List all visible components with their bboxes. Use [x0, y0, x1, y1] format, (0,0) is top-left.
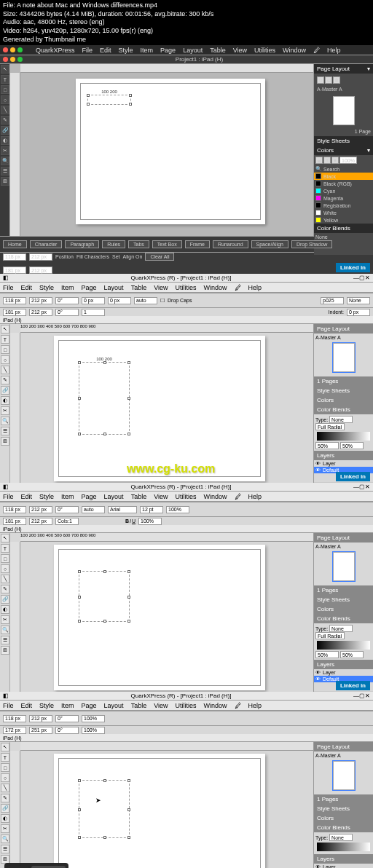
pointer-tool[interactable]: ↖ — [1, 65, 9, 74]
canvas[interactable]: 100 200 300 400 500 600 700 800 900 100 … — [10, 324, 313, 483]
pencil-icon[interactable]: 🖉 — [235, 702, 241, 709]
dup-page-icon[interactable]: ⊞ — [325, 76, 332, 84]
menu-edit[interactable]: Edit — [21, 493, 33, 500]
panel-pages[interactable]: 1 Pages — [314, 585, 373, 595]
minimize-icon[interactable]: — — [353, 275, 359, 281]
shade-field[interactable]: 100% — [339, 157, 357, 164]
oval-tool[interactable]: ○ — [1, 95, 9, 104]
layer-row[interactable]: 👁Layer — [314, 864, 373, 868]
close-icon[interactable]: ✕ — [365, 484, 370, 490]
menu-view[interactable]: View — [233, 47, 247, 54]
bg-color-icon[interactable]: ■ — [331, 157, 339, 164]
line-tool[interactable]: ╲ — [1, 106, 9, 114]
opacity2-field[interactable]: 100% — [138, 518, 162, 525]
zoom-tool[interactable]: 🔍 — [1, 835, 9, 843]
link-tool[interactable]: 🔗 — [1, 595, 9, 604]
w-field[interactable]: 212 px — [29, 253, 52, 261]
zoom-tool[interactable]: 🔍 — [1, 157, 9, 165]
menu-table[interactable]: Table — [131, 702, 147, 709]
clear-all-button[interactable]: Clear All — [145, 253, 174, 261]
opacity-field[interactable]: 100% — [82, 715, 105, 722]
text-color-icon[interactable]: T — [323, 157, 331, 164]
x-field[interactable]: 118 px — [3, 506, 26, 513]
menu-help[interactable]: Help — [248, 284, 262, 291]
rotate-tool[interactable]: ◐ — [1, 605, 9, 614]
color-search[interactable]: 🔍Search — [314, 165, 373, 173]
p025-field[interactable]: p025 — [321, 297, 344, 304]
panel-colors[interactable]: Colors — [314, 604, 373, 614]
panel-colors[interactable]: Colors — [314, 813, 373, 823]
color-magenta[interactable]: Magenta — [314, 194, 373, 202]
rect-tool[interactable]: □ — [1, 85, 9, 94]
type-select[interactable]: None — [329, 416, 353, 423]
blank-page-icon[interactable]: □ — [317, 76, 324, 84]
tab-frame[interactable]: Frame — [185, 240, 210, 248]
menu-edit[interactable]: Edit — [100, 47, 111, 54]
handle-sw[interactable] — [78, 836, 81, 839]
menu-edit[interactable]: Edit — [21, 702, 33, 709]
w-field[interactable]: 212 px — [29, 506, 52, 513]
doc-tab[interactable]: iPad (H) — [3, 735, 22, 741]
menu-page[interactable]: Page — [82, 702, 97, 709]
handle-ne[interactable] — [129, 94, 132, 97]
pointer-tool[interactable]: ↖ — [1, 325, 9, 334]
menu-file[interactable]: File — [82, 47, 93, 54]
radial-select[interactable]: Full Radial — [315, 423, 345, 430]
menu-layout[interactable]: Layout — [183, 47, 203, 54]
eye-icon[interactable]: 👁 — [315, 670, 321, 675]
close-icon[interactable]: ✕ — [365, 693, 370, 699]
table-tool[interactable]: ⊞ — [1, 437, 9, 446]
menu-utilities[interactable]: Utilities — [176, 284, 197, 291]
menu-table[interactable]: Table — [131, 493, 147, 500]
page[interactable] — [54, 545, 265, 690]
menu-item[interactable]: Item — [141, 47, 154, 54]
cols-field[interactable]: 1 — [82, 309, 105, 316]
handle-nw[interactable] — [87, 94, 90, 97]
zero-field-2[interactable]: 0 px — [108, 297, 131, 304]
oval-tool[interactable]: ○ — [1, 773, 9, 782]
page-thumbnail[interactable] — [333, 96, 355, 125]
none-field[interactable]: None — [347, 297, 370, 304]
page-thumbnail[interactable] — [333, 343, 355, 372]
page[interactable]: 100 200 — [54, 336, 265, 481]
panel-page-layout[interactable]: Page Layout — [314, 742, 373, 751]
h-field[interactable]: 212 px — [29, 309, 52, 316]
h-field[interactable]: 212 px — [29, 267, 52, 274]
menu-utilities[interactable]: Utilities — [254, 47, 275, 54]
master-name[interactable]: A-Master A — [315, 335, 372, 340]
chevron-down-icon[interactable]: ▾ — [367, 66, 370, 72]
canvas[interactable]: ➤ — [10, 742, 313, 868]
pointer-tool[interactable]: ↖ — [1, 534, 9, 542]
text-tool[interactable]: T — [1, 335, 9, 344]
bold-button[interactable]: B — [125, 518, 129, 524]
pen-tool[interactable]: ✎ — [1, 116, 9, 125]
panel-page-layout[interactable]: Page Layout▾ — [314, 64, 373, 74]
menu-window[interactable]: Window — [204, 284, 227, 291]
x-field[interactable]: 118 px — [3, 715, 26, 722]
minimize-icon[interactable] — [10, 57, 15, 62]
pencil-icon[interactable]: 🖉 — [313, 47, 320, 54]
text-tool[interactable]: T — [1, 75, 9, 84]
y-field[interactable]: 181 px — [3, 267, 26, 274]
panel-style-sheets[interactable]: Style Sheets — [314, 595, 373, 604]
minimize-icon[interactable]: — — [353, 693, 359, 699]
delete-page-icon[interactable]: 🗑 — [333, 76, 340, 84]
page[interactable]: ➤ — [54, 754, 265, 868]
oval-tool[interactable]: ○ — [1, 355, 9, 364]
y-field[interactable]: 181 px — [3, 309, 26, 316]
menu-page[interactable]: Page — [160, 47, 176, 54]
menu-item[interactable]: Item — [61, 284, 74, 291]
master-name[interactable]: A-Master A — [315, 544, 372, 549]
close-icon[interactable] — [3, 47, 8, 52]
menu-style[interactable]: Style — [39, 702, 54, 709]
menu-item[interactable]: Item — [61, 493, 74, 500]
tab-runaround[interactable]: Runaround — [213, 240, 248, 248]
canvas[interactable]: 100 200 — [10, 64, 313, 236]
underline-button[interactable]: U — [132, 518, 136, 524]
tab-spacealign[interactable]: Space/Align — [251, 240, 288, 248]
handle-ne[interactable] — [127, 570, 130, 573]
y-field[interactable]: 172 px — [3, 727, 26, 734]
panel-page-layout[interactable]: Page Layout — [314, 533, 373, 542]
menu-utilities[interactable]: Utilities — [176, 493, 197, 500]
rotate-tool[interactable]: ◐ — [1, 814, 9, 823]
